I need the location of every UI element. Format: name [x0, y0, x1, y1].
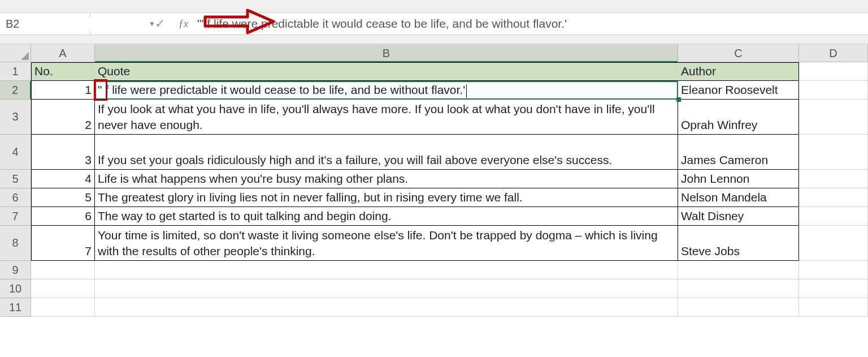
text-caret-icon [466, 84, 467, 98]
row-header[interactable]: 3 [0, 100, 31, 135]
cell-C11[interactable] [678, 298, 799, 317]
select-all-corner[interactable] [0, 44, 31, 62]
cell-A6[interactable]: 5 [31, 188, 95, 207]
quote-lead-quote: " [98, 82, 102, 98]
cell-C1[interactable]: Author [678, 62, 799, 81]
cell-B8[interactable]: Your time is limited, so don't waste it … [95, 226, 678, 261]
cell-A2[interactable]: 1 [31, 81, 95, 100]
column-header-B[interactable]: B [95, 44, 678, 62]
cell-B3[interactable]: If you look at what you have in life, yo… [95, 100, 678, 135]
cell-B4[interactable]: If you set your goals ridiculously high … [95, 135, 678, 170]
column-header-D[interactable]: D [799, 44, 868, 62]
column-header-C[interactable]: C [678, 44, 799, 62]
cell-A3[interactable]: 2 [31, 100, 95, 135]
cell-D1[interactable] [799, 62, 868, 81]
cell-D9[interactable] [799, 261, 868, 279]
cell-A7[interactable]: 6 [31, 207, 95, 226]
cell-A10[interactable] [31, 279, 95, 298]
cell-C10[interactable] [678, 279, 799, 298]
cell-B6[interactable]: The greatest glory in living lies not in… [95, 188, 678, 207]
cell-C4[interactable]: James Cameron [678, 135, 799, 170]
cell-D5[interactable] [799, 170, 868, 188]
cell-A1[interactable]: No. [31, 62, 95, 81]
cell-D10[interactable] [799, 279, 868, 298]
cell-B7[interactable]: The way to get started is to quit talkin… [95, 207, 678, 226]
formula-bar-area: ▼ ⋮ ✕ ✓ ƒx '"If life were predictable it… [0, 0, 868, 44]
row-header[interactable]: 10 [0, 279, 31, 298]
name-box[interactable]: ▼ [0, 13, 90, 35]
cell-B1[interactable]: Quote [95, 62, 678, 81]
cell-B9[interactable] [95, 261, 678, 279]
cell-A4[interactable]: 3 [31, 135, 95, 170]
row-header[interactable]: 2 [0, 81, 31, 100]
cell-B11[interactable] [95, 298, 678, 317]
row-header[interactable]: 6 [0, 188, 31, 207]
column-header-A[interactable]: A [31, 44, 95, 62]
row-header[interactable]: 5 [0, 170, 31, 188]
cell-C3[interactable]: Oprah Winfrey [678, 100, 799, 135]
cell-D2[interactable] [799, 81, 868, 100]
cell-C9[interactable] [678, 261, 799, 279]
spreadsheet-grid[interactable]: A B C D 1 No. Quote Author 2 1 "f life w… [0, 44, 868, 317]
cell-B5[interactable]: Life is what happens when you're busy ma… [95, 170, 678, 188]
cell-D3[interactable] [799, 100, 868, 135]
formula-bar-input[interactable]: '"If life were predictable it would ceas… [194, 17, 868, 31]
row-header[interactable]: 1 [0, 62, 31, 81]
quote-text: f life were predictable it would cease t… [105, 82, 465, 98]
cell-C5[interactable]: John Lennon [678, 170, 799, 188]
cell-C8[interactable]: Steve Jobs [678, 226, 799, 261]
cell-D7[interactable] [799, 207, 868, 226]
row-header[interactable]: 9 [0, 261, 31, 279]
cell-A5[interactable]: 4 [31, 170, 95, 188]
cell-C7[interactable]: Walt Disney [678, 207, 799, 226]
cell-D8[interactable] [799, 226, 868, 261]
cell-C2[interactable]: Eleanor Roosevelt [678, 81, 799, 100]
cell-A9[interactable] [31, 261, 95, 279]
fx-icon[interactable]: ƒx [179, 18, 188, 30]
row-header[interactable]: 11 [0, 298, 31, 317]
cell-B2[interactable]: "f life were predictable it would cease … [95, 81, 678, 100]
cell-D11[interactable] [799, 298, 868, 317]
row-header[interactable]: 8 [0, 226, 31, 261]
cell-A8[interactable]: 7 [31, 226, 95, 261]
cell-D6[interactable] [799, 188, 868, 207]
cell-A11[interactable] [31, 298, 95, 317]
row-header[interactable]: 4 [0, 135, 31, 170]
cell-D4[interactable] [799, 135, 868, 170]
row-header[interactable]: 7 [0, 207, 31, 226]
name-box-input[interactable] [0, 18, 149, 31]
cell-B10[interactable] [95, 279, 678, 298]
enter-icon[interactable]: ✓ [155, 16, 165, 31]
cell-C6[interactable]: Nelson Mandela [678, 188, 799, 207]
chevron-down-icon[interactable]: ▼ [149, 13, 155, 35]
